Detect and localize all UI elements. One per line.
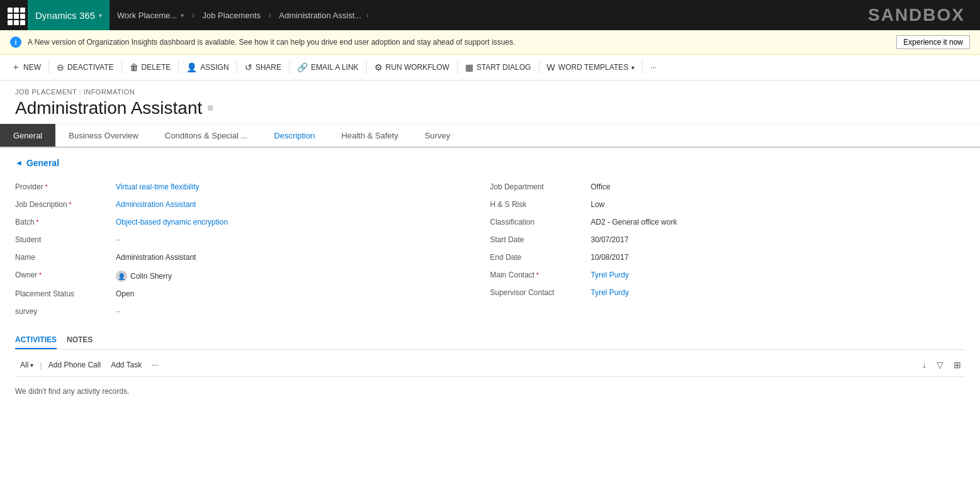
new-button[interactable]: ＋ NEW bbox=[5, 59, 47, 76]
add-task-button[interactable]: Add Task bbox=[106, 358, 147, 372]
word-icon: W bbox=[547, 62, 555, 72]
value-survey: -- bbox=[116, 306, 121, 316]
tab-general[interactable]: General bbox=[0, 124, 55, 147]
field-survey: survey -- bbox=[15, 303, 490, 320]
fields-grid: Provider * Virtual real-time flexibility… bbox=[15, 178, 965, 320]
sandbox-label: SANDBOX bbox=[868, 5, 975, 25]
toolbar: ＋ NEW ⊖ DEACTIVATE 🗑 DELETE 👤 ASSIGN ↺ S… bbox=[0, 55, 980, 81]
label-supervisor-contact: Supervisor Contact bbox=[490, 287, 591, 297]
assign-button[interactable]: 👤 ASSIGN bbox=[180, 59, 235, 75]
toolbar-sep-5 bbox=[289, 61, 290, 74]
label-job-department: Job Department bbox=[490, 181, 591, 191]
breadcrumb-chevron-0: ▾ bbox=[181, 12, 184, 19]
general-section-header[interactable]: ◄ General bbox=[15, 158, 965, 168]
dialog-icon: ▦ bbox=[465, 62, 473, 72]
value-placement-status: Open bbox=[116, 288, 134, 298]
owner-name[interactable]: Colin Sherry bbox=[130, 272, 172, 281]
activities-grid-icon[interactable]: ⊞ bbox=[950, 357, 965, 372]
tab-health-safety[interactable]: Health & Safety bbox=[328, 124, 411, 147]
share-button[interactable]: ↺ SHARE bbox=[239, 59, 288, 75]
word-templates-button[interactable]: W WORD TEMPLATES ▾ bbox=[541, 59, 641, 75]
value-provider[interactable]: Virtual real-time flexibility bbox=[116, 181, 200, 191]
field-name: Name Administration Assistant bbox=[15, 249, 490, 266]
page-content: ◄ General Provider * Virtual real-time f… bbox=[0, 148, 980, 411]
tab-business-overview[interactable]: Business Overview bbox=[55, 124, 152, 147]
app-brand[interactable]: Dynamics 365 ▾ bbox=[28, 0, 110, 30]
tab-conditions[interactable]: Conditons & Special ... bbox=[152, 124, 261, 147]
deactivate-button[interactable]: ⊖ DEACTIVATE bbox=[50, 59, 120, 75]
toolbar-sep-7 bbox=[457, 61, 458, 74]
activities-sort-icon[interactable]: ↓ bbox=[918, 357, 930, 372]
label-batch: Batch * bbox=[15, 216, 116, 226]
label-provider: Provider * bbox=[15, 181, 116, 191]
value-end-date: 10/08/2017 bbox=[591, 252, 629, 262]
label-student: Student bbox=[15, 234, 116, 244]
filter-chevron-icon: ▾ bbox=[30, 362, 33, 369]
deactivate-icon: ⊖ bbox=[57, 62, 64, 72]
share-icon: ↺ bbox=[245, 62, 252, 72]
toolbar-sep-3 bbox=[178, 61, 179, 74]
field-classification: Classification AD2 - General office work bbox=[490, 213, 966, 231]
field-job-department: Job Department Office bbox=[490, 178, 966, 196]
tab-activities[interactable]: ACTIVITIES bbox=[15, 333, 57, 349]
breadcrumb-nav: Work Placeme... ▾ › Job Placements › Adm… bbox=[112, 8, 373, 23]
value-owner[interactable]: 👤 Colin Sherry bbox=[116, 269, 172, 282]
activities-more-button[interactable]: ··· bbox=[147, 358, 163, 372]
breadcrumb-workplacement-label: Work Placeme... bbox=[117, 11, 177, 20]
tab-survey[interactable]: Survey bbox=[412, 124, 463, 147]
add-phone-call-button[interactable]: Add Phone Call bbox=[43, 358, 106, 372]
start-dialog-button[interactable]: ▦ START DIALOG bbox=[459, 59, 538, 75]
filter-all-button[interactable]: All ▾ bbox=[15, 358, 38, 372]
page-title-text: Administration Assistant bbox=[15, 98, 202, 118]
toolbar-sep-4 bbox=[237, 61, 237, 74]
field-supervisor-contact: Supervisor Contact Tyrel Purdy bbox=[490, 284, 966, 301]
value-start-date: 30/07/2017 bbox=[591, 234, 629, 244]
breadcrumb-jobplacements[interactable]: Job Placements bbox=[198, 8, 266, 23]
page-breadcrumb: JOB PLACEMENT : INFORMATION bbox=[15, 88, 965, 96]
experience-now-button[interactable]: Experience it now bbox=[896, 35, 970, 49]
label-start-date: Start Date bbox=[490, 234, 591, 244]
label-job-description: Job Description * bbox=[15, 199, 116, 209]
workflow-icon: ⚙ bbox=[375, 62, 383, 72]
field-student: Student -- bbox=[15, 231, 490, 249]
toolbar-sep-2 bbox=[121, 61, 122, 74]
delete-button[interactable]: 🗑 DELETE bbox=[123, 59, 177, 75]
value-job-description[interactable]: Administration Assistant bbox=[116, 199, 196, 209]
activities-notes-tabs: ACTIVITIES NOTES bbox=[15, 333, 965, 350]
activities-toolbar: All ▾ | Add Phone Call Add Task ··· ↓ ▽ … bbox=[15, 355, 965, 377]
field-placement-status: Placement Status Open bbox=[15, 285, 490, 303]
title-menu-icon[interactable]: ≡ bbox=[207, 103, 213, 114]
run-workflow-button[interactable]: ⚙ RUN WORKFLOW bbox=[368, 59, 456, 75]
breadcrumb-arrow-2: › bbox=[366, 12, 368, 19]
activities-view-controls: ↓ ▽ ⊞ bbox=[918, 357, 965, 372]
email-link-button[interactable]: 🔗 EMAIL A LINK bbox=[291, 59, 365, 75]
tab-notes[interactable]: NOTES bbox=[67, 333, 93, 349]
breadcrumb-sep-2: › bbox=[268, 9, 271, 21]
value-supervisor-contact[interactable]: Tyrel Purdy bbox=[591, 287, 629, 297]
value-batch[interactable]: Object-based dynamic encryption bbox=[116, 216, 228, 226]
breadcrumb-sep-1: › bbox=[191, 9, 194, 21]
breadcrumb-workplacement[interactable]: Work Placeme... ▾ bbox=[112, 8, 189, 23]
field-main-contact: Main Contact * Tyrel Purdy bbox=[490, 266, 966, 284]
label-survey: survey bbox=[15, 306, 116, 316]
notification-message: A New version of Organization Insights d… bbox=[28, 38, 515, 47]
notification-icon: i bbox=[10, 36, 21, 48]
waffle-menu[interactable] bbox=[5, 5, 25, 25]
section-collapse-icon: ◄ bbox=[15, 159, 23, 167]
field-provider: Provider * Virtual real-time flexibility bbox=[15, 178, 490, 196]
label-placement-status: Placement Status bbox=[15, 288, 116, 298]
assign-icon: 👤 bbox=[186, 62, 197, 72]
value-main-contact[interactable]: Tyrel Purdy bbox=[591, 269, 629, 279]
toolbar-sep-6 bbox=[366, 61, 367, 74]
tab-description[interactable]: Description bbox=[261, 124, 328, 147]
breadcrumb-adminassist-label: Administration Assist... bbox=[279, 11, 361, 20]
top-navigation: Dynamics 365 ▾ Work Placeme... ▾ › Job P… bbox=[0, 0, 980, 30]
label-owner: Owner * bbox=[15, 269, 116, 279]
breadcrumb-adminassist[interactable]: Administration Assist... › bbox=[274, 8, 373, 23]
field-batch: Batch * Object-based dynamic encryption bbox=[15, 213, 490, 231]
label-main-contact: Main Contact * bbox=[490, 269, 591, 279]
value-hs-risk: Low bbox=[591, 199, 605, 209]
new-icon: ＋ bbox=[11, 62, 20, 73]
more-button[interactable]: ··· bbox=[644, 60, 663, 75]
activities-filter-icon[interactable]: ▽ bbox=[933, 357, 947, 372]
